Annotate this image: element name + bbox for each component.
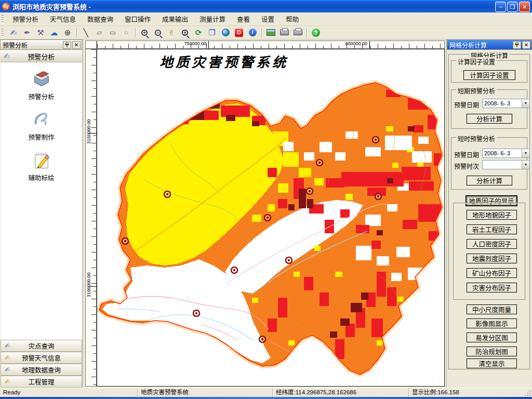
- left-panel-pin-icon[interactable]: [63, 41, 71, 49]
- app-icon: dy: [2, 3, 10, 10]
- menu-view[interactable]: 查看: [231, 12, 256, 25]
- zoom-extent-tool-icon[interactable]: ±: [179, 27, 191, 38]
- item-warn-analysis[interactable]: 预警分析: [1, 69, 82, 101]
- seismic-factor-button[interactable]: 地震烈度因子: [467, 254, 517, 263]
- factor-set-button[interactable]: 计算因子设置: [463, 70, 515, 80]
- nowcast-time-label: 预警时次: [454, 162, 479, 170]
- line-tool-icon[interactable]: ╲: [79, 27, 92, 38]
- toolbar-separator: [261, 28, 262, 37]
- menu-grip[interactable]: [2, 15, 4, 23]
- nowcast-time-combo[interactable]: ▼: [482, 160, 530, 169]
- nowcast-date-combo[interactable]: 2008- 6- 3 ▼: [482, 149, 530, 158]
- print-tool-icon[interactable]: [278, 27, 290, 38]
- h-ruler-label-750000: 750000.00: [184, 41, 206, 46]
- menu-help[interactable]: 帮助: [280, 12, 304, 25]
- status-ready: Ready: [0, 389, 137, 397]
- bar-project-manage[interactable]: ✍ 工程管理: [1, 376, 82, 388]
- ellipse-tool-icon[interactable]: ○: [120, 27, 132, 38]
- zoom-out-tool-icon[interactable]: −: [152, 27, 164, 38]
- resize-grip[interactable]: [525, 390, 531, 396]
- globe-tool-icon[interactable]: [219, 27, 232, 38]
- item-warn-analysis-label: 预警分析: [1, 91, 82, 101]
- left-panel-body: 预警分析 预警制作 辅助标绘: [1, 62, 82, 340]
- item-aux-plot[interactable]: 辅助标绘: [1, 150, 82, 182]
- image-display-button[interactable]: 影像图显示: [467, 318, 517, 328]
- ruler-corner: [85, 41, 97, 49]
- right-panel-close-icon[interactable]: ✕: [522, 41, 530, 49]
- rect-tool-icon[interactable]: ▭: [107, 27, 119, 38]
- item-warn-make[interactable]: 预警制作: [1, 109, 82, 142]
- short-term-date-label: 预警日期: [454, 100, 479, 109]
- nowcast-date-dropdown-icon[interactable]: ▼: [522, 149, 529, 157]
- susceptibility-map-button[interactable]: 易发分区图: [467, 332, 517, 342]
- nowcast-analyze-button[interactable]: 分析计算: [467, 176, 512, 185]
- status-display-scale: 显示比例:166.158: [408, 389, 522, 397]
- menu-warn-analysis[interactable]: 预警分析: [7, 12, 44, 25]
- aux-plot-tool-icon[interactable]: ⚒: [34, 27, 47, 38]
- minimize-button[interactable]: ─: [495, 2, 506, 12]
- geo-data-query-icon: ✍: [5, 366, 10, 374]
- close-button[interactable]: ✕: [519, 2, 530, 12]
- left-panel-title: 预警分析 ✕: [0, 39, 82, 50]
- prevention-plan-button[interactable]: 防治规划图: [467, 347, 517, 356]
- bar-geo-data-query[interactable]: ✍ 地理数据查询: [1, 364, 82, 376]
- zoom-in-tool-icon[interactable]: +: [138, 27, 151, 38]
- warn-analysis-header-icon: ✍: [4, 52, 10, 60]
- short-term-date-combo[interactable]: 2008- 6- 3 ▼: [482, 99, 530, 108]
- item-warn-make-label: 预警制作: [1, 132, 82, 142]
- menu-weather-info[interactable]: 天气信息: [44, 12, 82, 25]
- terrain-factor-button[interactable]: 地形地貌因子: [467, 210, 517, 220]
- svg-text:地质灾害预警系统: 地质灾害预警系统: [159, 55, 288, 70]
- menu-data-query[interactable]: 数据查询: [82, 12, 119, 25]
- v-ruler-label-3100000: 3100000.00: [86, 269, 91, 300]
- short-term-date-dropdown-icon[interactable]: ▼: [522, 99, 529, 108]
- right-panel-pin-icon[interactable]: [513, 41, 521, 49]
- menu-result-output[interactable]: 成果输出: [156, 12, 194, 25]
- left-panel: 预警分析 ✕ ✍ 预警分析 预警分析: [0, 39, 83, 388]
- bar-warn-weather-info[interactable]: ✍ 预警天气信息: [1, 352, 82, 364]
- restore-button[interactable]: ❐: [507, 2, 518, 12]
- nowcast-time-dropdown-icon[interactable]: ▼: [522, 161, 529, 169]
- pan-tool-icon[interactable]: ✌: [165, 27, 178, 38]
- menu-measure-calc[interactable]: 测量计算: [194, 12, 231, 25]
- short-term-analyze-button[interactable]: 分析计算: [467, 114, 512, 124]
- menu-settings[interactable]: 设置: [256, 12, 280, 25]
- print-setup-tool-icon[interactable]: [291, 27, 304, 38]
- help-tool-icon[interactable]: ?: [310, 27, 322, 38]
- left-panel-header[interactable]: ✍ 预警分析: [1, 50, 82, 62]
- rainfall-scale-button[interactable]: 中小尺度雨量: [467, 304, 517, 314]
- bar-warn-weather-info-label: 预警天气信息: [1, 353, 82, 363]
- map-canvas[interactable]: 地质灾害预警系统: [97, 49, 445, 387]
- status-coordinates: 经纬度:114.296875,28.162686: [272, 389, 408, 397]
- locate-tool-icon[interactable]: ⊕: [61, 27, 74, 38]
- right-panel-title: 网格分析计算 ✕: [447, 39, 532, 50]
- menu-window-ops[interactable]: 窗口操作: [119, 12, 156, 25]
- h-ruler-label-800000: 800000.00: [345, 41, 367, 46]
- polygon-tool-icon[interactable]: ▱: [93, 27, 105, 38]
- disaster-factor-button[interactable]: 灾害分布因子: [467, 283, 517, 292]
- window-bottom-border: [0, 397, 532, 399]
- mine-factor-button[interactable]: 矿山分布因子: [467, 268, 517, 278]
- vertical-ruler: 3150000.00 3100000.00: [85, 49, 97, 387]
- window-title: 浏阳市地质灾害预警系统 -: [12, 2, 91, 11]
- population-factor-button[interactable]: 人口密度因子: [467, 239, 517, 249]
- left-panel-close-icon[interactable]: ✕: [72, 41, 81, 49]
- refresh-view-tool-icon[interactable]: ⟳: [192, 27, 205, 38]
- nowcast-date-value: 2008- 6- 3: [484, 150, 510, 156]
- geotech-factor-button[interactable]: 岩土工程因子: [467, 224, 517, 234]
- warn-weather-icon: ✍: [5, 354, 10, 362]
- clear-display-button[interactable]: 清空显示: [467, 358, 517, 368]
- toolbar-separator: [76, 28, 77, 37]
- map-image-tool-icon[interactable]: [264, 27, 277, 38]
- toolbar-separator: [135, 28, 136, 37]
- warn-analysis-tool-icon[interactable]: ✍: [7, 27, 20, 38]
- warn-make-tool-icon[interactable]: ✒: [21, 27, 33, 38]
- weather-cloud-tool-icon[interactable]: ☁: [48, 27, 60, 38]
- status-bar: Ready 地质灾害预警系统 经纬度:114.296875,28.162686 …: [0, 388, 532, 397]
- info-tool-icon[interactable]: i: [246, 27, 259, 38]
- stop-tool-icon[interactable]: O: [233, 27, 245, 38]
- bar-disaster-point-query[interactable]: ✍ 灾点查询: [1, 340, 82, 352]
- right-panel-body: 网格分析计算 计算因子设置 计算因子设置 短期预警分析 预警日期 2008- 6…: [447, 50, 532, 388]
- copy-layers-tool-icon[interactable]: ❐: [206, 27, 218, 38]
- toolbar-grip[interactable]: [2, 29, 4, 37]
